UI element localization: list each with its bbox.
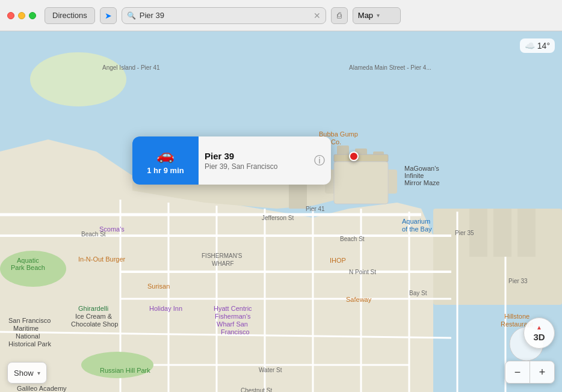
zoom-controls: − +: [505, 361, 555, 384]
search-clear-button[interactable]: ✕: [313, 11, 321, 20]
popup-title: Pier 39: [205, 151, 302, 161]
svg-point-26: [81, 352, 153, 378]
titlebar: Directions ➤ 🔍 ✕ ⎙ Map ▾: [0, 0, 562, 31]
car-icon: 🚗: [156, 147, 174, 164]
chevron-down-icon: ▾: [377, 12, 380, 19]
compass-arrow-icon: ▲: [536, 325, 542, 331]
chevron-down-icon: ▾: [37, 370, 40, 376]
navigate-icon: ➤: [105, 11, 112, 20]
3d-button[interactable]: ▲ 3D: [523, 317, 555, 349]
search-input[interactable]: [140, 11, 310, 20]
directions-button[interactable]: Directions: [45, 7, 95, 24]
drive-time-label: 1 hr 9 min: [147, 166, 184, 175]
show-dropdown[interactable]: Show ▾: [7, 362, 47, 384]
directions-label: Directions: [52, 11, 87, 20]
navigate-button[interactable]: ➤: [100, 7, 117, 24]
weather-badge: ☁️ 14°: [520, 38, 555, 53]
popup-info: Pier 39 Pier 39, San Francisco: [199, 136, 308, 185]
map-pin: [349, 152, 359, 161]
traffic-lights: [7, 12, 36, 19]
zoom-in-button[interactable]: +: [530, 361, 554, 383]
svg-point-25: [0, 251, 66, 287]
search-icon: 🔍: [127, 11, 136, 20]
svg-point-9: [30, 52, 126, 106]
svg-rect-28: [334, 162, 388, 204]
svg-rect-31: [517, 209, 536, 257]
fullscreen-button[interactable]: [29, 12, 36, 19]
close-button[interactable]: [7, 12, 14, 19]
share-icon: ⎙: [337, 11, 342, 20]
info-icon: ⓘ: [314, 153, 325, 168]
map-type-dropdown[interactable]: Map ▾: [353, 7, 401, 24]
svg-rect-29: [469, 209, 487, 257]
drive-time-panel: 🚗 1 hr 9 min: [132, 136, 199, 185]
share-button[interactable]: ⎙: [331, 7, 348, 24]
location-popup[interactable]: 🚗 1 hr 9 min Pier 39 Pier 39, San Franci…: [132, 136, 331, 185]
show-label: Show: [14, 369, 34, 378]
popup-subtitle: Pier 39, San Francisco: [205, 162, 302, 171]
weather-icon: ☁️: [525, 41, 535, 51]
map-svg: [0, 31, 562, 392]
minimize-button[interactable]: [18, 12, 25, 19]
search-bar[interactable]: 🔍 ✕: [122, 7, 326, 24]
zoom-out-button[interactable]: −: [505, 361, 530, 383]
svg-rect-30: [493, 209, 511, 257]
3d-label: 3D: [533, 332, 545, 342]
map-container[interactable]: Angel Island - Pier 41Alameda Main Stree…: [0, 31, 562, 392]
temperature-label: 14°: [537, 41, 550, 51]
svg-rect-27: [334, 155, 388, 162]
info-button[interactable]: ⓘ: [308, 136, 331, 185]
map-type-label: Map: [358, 11, 373, 20]
